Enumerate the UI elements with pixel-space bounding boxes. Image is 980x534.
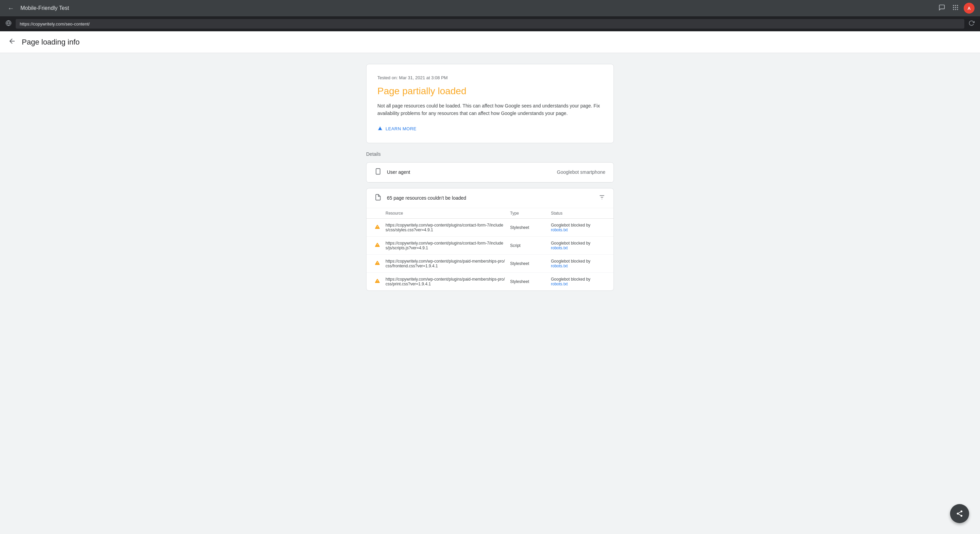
- table-row: https://copywritely.com/wp-content/plugi…: [366, 219, 614, 237]
- svg-point-2: [957, 5, 958, 6]
- apps-button[interactable]: [950, 3, 961, 14]
- chrome-title: Mobile-Friendly Test: [21, 5, 932, 11]
- svg-point-0: [953, 5, 954, 6]
- svg-point-1: [955, 5, 956, 6]
- table-row: https://copywritely.com/wp-content/plugi…: [366, 255, 614, 273]
- globe-icon: [5, 20, 11, 27]
- resource-type: Script: [510, 243, 551, 248]
- chrome-top-bar: ← Mobile-Friendly Test A: [0, 0, 980, 16]
- learn-more-icon: [377, 126, 383, 132]
- robots-txt-link[interactable]: robots.txt: [551, 264, 568, 269]
- page-header-back-button[interactable]: [8, 37, 16, 47]
- warning-icon: [375, 278, 385, 285]
- address-bar: [0, 16, 980, 31]
- resources-table-header: Resource Type Status: [366, 208, 614, 219]
- col-resource-header: Resource: [385, 211, 510, 216]
- resources-card: 65 page resources couldn't be loaded Res…: [366, 188, 614, 291]
- warning-icon: [375, 224, 385, 230]
- svg-point-6: [953, 9, 954, 10]
- resource-url: https://copywritely.com/wp-content/plugi…: [385, 259, 510, 269]
- resources-header: 65 page resources couldn't be loaded: [366, 188, 614, 208]
- feedback-icon: [939, 4, 945, 13]
- col-icon-spacer: [375, 211, 385, 216]
- resources-title: 65 page resources couldn't be loaded: [387, 195, 593, 201]
- user-agent-label: User agent: [387, 169, 552, 175]
- resource-status: Googlebot blocked by robots.txt: [551, 259, 605, 269]
- resource-url: https://copywritely.com/wp-content/plugi…: [385, 277, 510, 286]
- address-input[interactable]: [16, 19, 964, 29]
- status-title: Page partially loaded: [377, 86, 603, 97]
- user-agent-card: User agent Googlebot smartphone: [366, 162, 614, 183]
- svg-point-7: [955, 9, 956, 10]
- feedback-button[interactable]: [937, 3, 947, 14]
- resource-status: Googlebot blocked by robots.txt: [551, 277, 605, 286]
- resource-url: https://copywritely.com/wp-content/plugi…: [385, 241, 510, 250]
- resource-type: Stylesheet: [510, 225, 551, 230]
- robots-txt-link[interactable]: robots.txt: [551, 281, 568, 286]
- robots-txt-link[interactable]: robots.txt: [551, 246, 568, 250]
- resource-type: Stylesheet: [510, 261, 551, 266]
- user-agent-header: User agent Googlebot smartphone: [366, 162, 614, 182]
- chrome-icons: A: [937, 3, 975, 14]
- svg-point-3: [953, 7, 954, 8]
- reload-icon[interactable]: [969, 20, 975, 27]
- page-title: Page loading info: [22, 38, 80, 47]
- learn-more-label: LEARN MORE: [385, 126, 417, 131]
- file-icon: [375, 194, 382, 202]
- table-row: https://copywritely.com/wp-content/plugi…: [366, 273, 614, 291]
- resource-url: https://copywritely.com/wp-content/plugi…: [385, 223, 510, 232]
- resource-status: Googlebot blocked by robots.txt: [551, 241, 605, 250]
- details-label: Details: [366, 151, 614, 157]
- filter-button[interactable]: [598, 194, 605, 202]
- status-card: Tested on: Mar 31, 2021 at 3:08 PM Page …: [366, 64, 614, 143]
- svg-point-5: [957, 7, 958, 8]
- user-agent-value: Googlebot smartphone: [557, 169, 605, 175]
- back-arrow-icon: ←: [8, 5, 14, 12]
- apps-icon: [952, 4, 959, 13]
- robots-txt-link[interactable]: robots.txt: [551, 227, 568, 232]
- tested-on-label: Tested on: Mar 31, 2021 at 3:08 PM: [377, 75, 603, 80]
- svg-point-8: [957, 9, 958, 10]
- smartphone-icon: [375, 168, 382, 176]
- warning-icon: [375, 260, 385, 267]
- learn-more-button[interactable]: LEARN MORE: [377, 126, 417, 132]
- chrome-back-button[interactable]: ←: [5, 3, 16, 14]
- warning-icon: [375, 242, 385, 249]
- svg-point-4: [955, 7, 956, 8]
- resources-table: https://copywritely.com/wp-content/plugi…: [366, 219, 614, 291]
- page-header: Page loading info: [0, 31, 980, 53]
- col-status-header: Status: [551, 211, 605, 216]
- col-type-header: Type: [510, 211, 551, 216]
- main-content: Tested on: Mar 31, 2021 at 3:08 PM Page …: [361, 53, 619, 307]
- status-description: Not all page resources could be loaded. …: [377, 102, 603, 118]
- resource-type: Stylesheet: [510, 279, 551, 284]
- table-row: https://copywritely.com/wp-content/plugi…: [366, 237, 614, 255]
- resource-status: Googlebot blocked by robots.txt: [551, 223, 605, 232]
- user-avatar[interactable]: A: [964, 3, 975, 14]
